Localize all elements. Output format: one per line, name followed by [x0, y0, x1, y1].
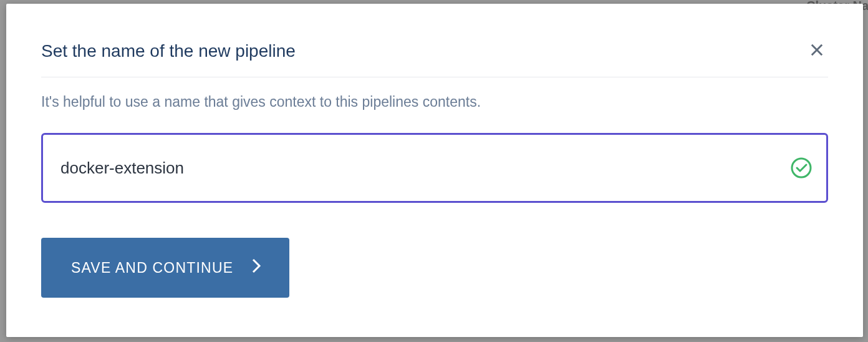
close-button[interactable]	[806, 39, 828, 63]
pipeline-name-input[interactable]	[60, 159, 790, 178]
modal-subtitle: It's helpful to use a name that gives co…	[41, 94, 828, 110]
valid-check-icon	[790, 157, 813, 179]
modal-header: Set the name of the new pipeline	[41, 39, 828, 77]
save-button-label: SAVE AND CONTINUE	[71, 260, 233, 276]
pipeline-name-field-wrapper	[41, 133, 828, 203]
close-icon	[808, 41, 826, 61]
save-and-continue-button[interactable]: SAVE AND CONTINUE	[41, 238, 289, 298]
chevron-right-icon	[251, 257, 262, 278]
svg-point-2	[792, 159, 811, 177]
new-pipeline-modal: Set the name of the new pipeline It's he…	[6, 4, 863, 337]
modal-title: Set the name of the new pipeline	[41, 41, 296, 61]
